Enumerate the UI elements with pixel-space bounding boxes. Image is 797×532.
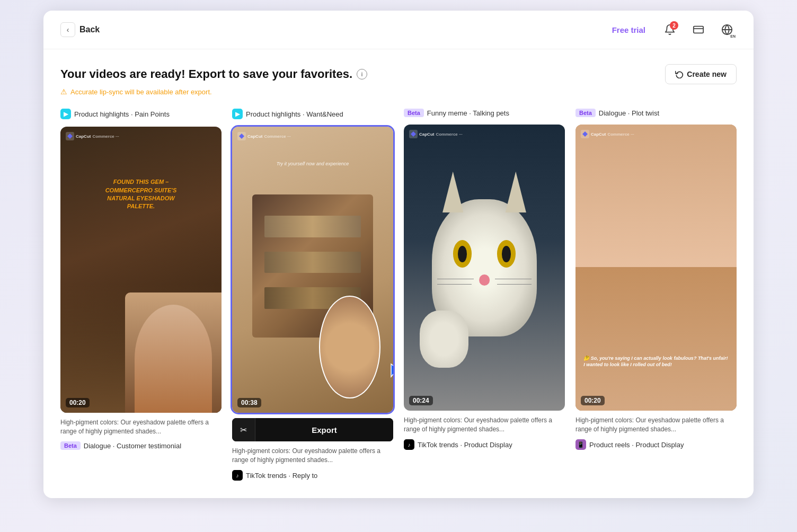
header-right: Free trial 2 EN <box>607 20 737 39</box>
cc-watermark-1: CapCut Commerce ··· <box>66 132 119 140</box>
video-grid: ▶ Product highlights · Pain Points CapCu… <box>60 109 737 481</box>
video-tag-label-2: Product highlights · Want&Need <box>246 110 343 118</box>
second-row-label-1: Dialogue · Customer testimonial <box>84 442 181 450</box>
second-row-tag-1: Beta Dialogue · Customer testimonial <box>60 441 222 450</box>
video-tag-label-3: Funny meme · Talking pets <box>427 109 509 117</box>
svg-rect-0 <box>694 26 703 33</box>
lang-indicator: EN <box>730 34 736 38</box>
back-label: Back <box>79 25 100 34</box>
second-row-tag-2: ♪ TikTok trends · Reply to <box>232 470 393 481</box>
header: ‹ Back Free trial 2 <box>43 11 754 49</box>
tiktok-icon-3: ♪ <box>404 439 414 450</box>
scissors-button[interactable]: ✂ <box>232 418 255 441</box>
video-tag-row-1: ▶ Product highlights · Pain Points <box>60 109 222 119</box>
video-desc-3: High-pigment colors: Our eyeshadow palet… <box>404 416 565 434</box>
video-desc-1: High-pigment colors: Our eyeshadow palet… <box>60 418 222 436</box>
video-col-3: Beta Funny meme · Talking pets CapCut Co… <box>404 109 565 481</box>
refresh-icon <box>675 70 684 78</box>
back-button[interactable]: ‹ Back <box>60 22 100 37</box>
export-button[interactable]: Export <box>255 418 393 441</box>
card-icon[interactable] <box>689 20 708 39</box>
duration-badge-1: 00:20 <box>66 398 90 407</box>
video-col-2: ▶ Product highlights · Want&Need CapCut … <box>232 109 393 481</box>
notification-badge: 2 <box>670 21 678 30</box>
back-chevron-icon: ‹ <box>60 22 75 37</box>
duration-badge-4: 00:20 <box>581 396 605 405</box>
second-row-label-4: Product reels · Product Display <box>589 441 684 449</box>
info-icon[interactable]: i <box>357 69 367 79</box>
free-trial-button[interactable]: Free trial <box>607 22 651 38</box>
product-icon-4: 📱 <box>575 439 586 450</box>
video-card-2[interactable]: CapCut Commerce ··· Try it yourself now … <box>232 127 393 413</box>
duration-badge-2: 00:38 <box>237 398 261 407</box>
video-desc-4: High-pigment colors: Our eyeshadow palet… <box>575 416 737 434</box>
video-card-3[interactable]: CapCut Commerce ··· <box>404 125 565 411</box>
tiktok-icon-2: ♪ <box>232 470 243 481</box>
duration-badge-3: 00:24 <box>409 396 433 405</box>
page-title: Your videos are ready! Export to save yo… <box>60 67 367 81</box>
cc-watermark-2: CapCut Commerce ··· <box>237 132 291 140</box>
beta-badge-tag-4: Beta <box>575 109 596 117</box>
export-bar: ✂ Export <box>232 418 393 441</box>
product-icon-2: ▶ <box>232 109 243 119</box>
second-row-tag-3: ♪ TikTok trends · Product Display <box>404 439 565 450</box>
video-desc-2: High-pigment colors: Our eyeshadow palet… <box>232 447 393 465</box>
video-tag-row-2: ▶ Product highlights · Want&Need <box>232 109 393 119</box>
video-tag-label-1: Product highlights · Pain Points <box>74 110 170 118</box>
cc-watermark-3: CapCut Commerce ··· <box>409 130 463 138</box>
video-tag-row-3: Beta Funny meme · Talking pets <box>404 109 565 117</box>
video-text-1: FOUND THIS GEM –COMMERCEPRO SUITE'SNATUR… <box>73 178 209 211</box>
cc-watermark-4: CapCut Commerce ··· <box>581 130 634 138</box>
beta-badge-tag-3: Beta <box>404 109 424 117</box>
notification-bell-icon[interactable]: 2 <box>660 20 679 39</box>
video-tag-row-4: Beta Dialogue · Plot twist <box>575 109 737 117</box>
page-title-row: Your videos are ready! Export to save yo… <box>60 64 737 84</box>
second-row-label-2: TikTok trends · Reply to <box>246 472 317 480</box>
beta-badge-1: Beta <box>60 441 81 450</box>
video-text-2: Try it yourself now and experience <box>240 161 385 166</box>
video-card-4[interactable]: CapCut Commerce ··· 🤔 So, you're saying … <box>575 125 737 411</box>
globe-icon[interactable]: EN <box>718 20 737 39</box>
video-tag-label-4: Dialogue · Plot twist <box>599 109 659 117</box>
second-row-tag-4: 📱 Product reels · Product Display <box>575 439 737 450</box>
video-col-4: Beta Dialogue · Plot twist CapCut Commer… <box>575 109 737 481</box>
create-new-button[interactable]: Create new <box>665 64 737 84</box>
product-icon-1: ▶ <box>60 109 71 119</box>
second-row-label-3: TikTok trends · Product Display <box>418 441 512 449</box>
app-container: ‹ Back Free trial 2 <box>43 11 754 498</box>
main-content: Your videos are ready! Export to save yo… <box>43 49 754 493</box>
warning-icon: ⚠ <box>60 87 67 96</box>
video-card-1[interactable]: CapCut Commerce ··· FOUND THIS GEM –COMM… <box>60 127 222 413</box>
video-col-1: ▶ Product highlights · Pain Points CapCu… <box>60 109 222 481</box>
video-text-4: 🤔 So, you're saying I can actually look … <box>583 356 729 368</box>
subtitle-warning: ⚠ Accurate lip-sync will be available af… <box>60 87 737 96</box>
